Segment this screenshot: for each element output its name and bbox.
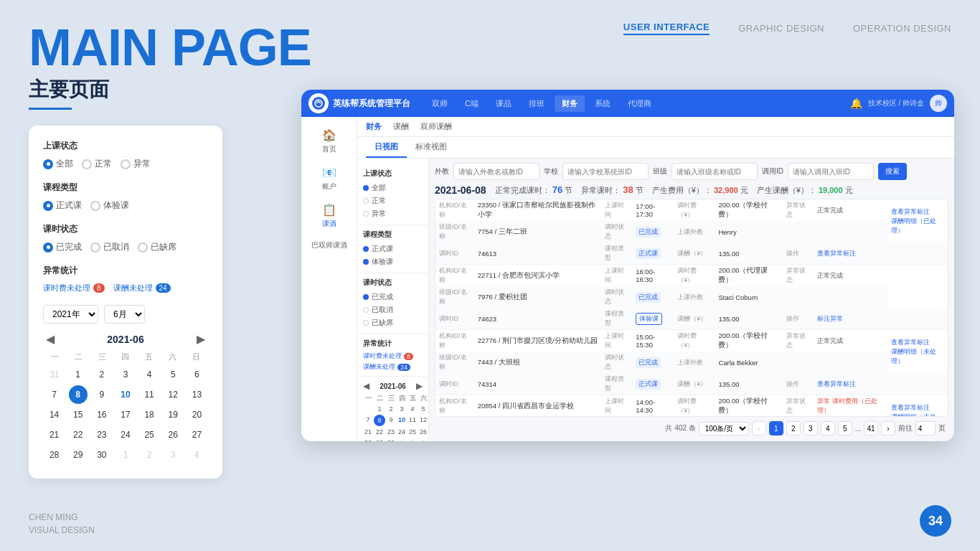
cal-day[interactable]: 17 (116, 405, 135, 424)
cal-cell[interactable]: 9 (386, 415, 396, 426)
page-5-btn[interactable]: 5 (838, 421, 852, 435)
cal-day[interactable]: 18 (140, 405, 159, 424)
anomaly-fee-link[interactable]: 课时费未处理 8 (363, 352, 423, 361)
filter-opt-abnormal[interactable]: 异常 (363, 207, 423, 220)
year-select[interactable]: 2021年 (43, 305, 98, 324)
filter-ts-cancelled[interactable]: 已取消 (363, 303, 423, 316)
status-all[interactable]: 全部 (43, 158, 73, 170)
cal-cell[interactable]: 22 (374, 427, 385, 437)
page-41-btn[interactable]: 41 (864, 421, 878, 435)
sidebar-lesson[interactable]: 📋 课酒 (301, 197, 357, 235)
cal-cell[interactable]: 2 (386, 404, 396, 414)
cal-day[interactable]: 2 (140, 446, 159, 464)
cal-cell[interactable]: 3 (397, 404, 407, 414)
cal-day[interactable]: 8 (69, 385, 88, 404)
goto-input[interactable] (915, 421, 936, 435)
cal-day[interactable]: 6 (187, 365, 206, 384)
cal-day[interactable]: 26 (164, 425, 182, 444)
cal-day[interactable]: 31 (45, 365, 64, 384)
cal-cell[interactable]: 5 (418, 404, 428, 414)
cal-day[interactable]: 5 (164, 365, 182, 384)
cal-cell[interactable]: 28 (363, 438, 373, 441)
app-cal-prev[interactable]: ◀ (363, 381, 369, 391)
nav-operation-design[interactable]: OPERATION DESIGN (853, 23, 951, 34)
sidebar-home[interactable]: 🏠 首页 (301, 123, 357, 160)
cal-day[interactable]: 14 (45, 405, 64, 424)
tab-standard[interactable]: 标准视图 (407, 137, 456, 158)
cal-cell[interactable]: 4 (407, 404, 418, 414)
app-nav-课品[interactable]: 课品 (489, 95, 519, 112)
cal-day[interactable]: 7 (45, 385, 64, 404)
time-completed[interactable]: 已完成 (43, 241, 82, 253)
cal-cell[interactable]: 30 (386, 438, 396, 441)
cal-day[interactable]: 13 (187, 385, 206, 404)
cal-cell[interactable]: 11 (407, 415, 418, 426)
cal-day[interactable]: 27 (187, 425, 206, 444)
page-next-btn[interactable]: › (881, 421, 895, 435)
cal-day[interactable]: 3 (116, 365, 135, 384)
cal-cell[interactable]: 12 (418, 415, 428, 426)
page-4-btn[interactable]: 4 (821, 421, 835, 435)
avatar[interactable]: 帅 (930, 95, 947, 112)
filter-formal[interactable]: 正式课 (363, 242, 423, 255)
notification-icon[interactable]: 🔔 (850, 98, 862, 109)
cal-day[interactable]: 28 (45, 446, 64, 464)
cal-day[interactable]: 16 (93, 405, 111, 424)
cal-day[interactable]: 15 (69, 405, 88, 424)
cal-next-btn[interactable]: ▶ (194, 332, 208, 346)
op-2[interactable]: 标注异常 (817, 315, 843, 322)
anomaly-salary[interactable]: 课酬未处理 24 (113, 283, 171, 293)
type-formal[interactable]: 正式课 (43, 199, 82, 212)
search-lesson-input[interactable] (788, 163, 874, 180)
status-normal[interactable]: 正常 (82, 158, 112, 170)
app-nav-双师[interactable]: 双师 (425, 95, 455, 112)
subnav-dual-salary[interactable]: 双师课酬 (420, 121, 452, 132)
app-nav-代理商[interactable]: 代理商 (621, 95, 659, 112)
cal-cell[interactable]: 24 (397, 427, 407, 437)
cal-day[interactable]: 29 (69, 446, 88, 464)
cal-today[interactable]: 8 (374, 415, 385, 426)
cal-day[interactable]: 30 (93, 446, 111, 464)
action-view-3[interactable]: 查看异常标注 (891, 339, 930, 346)
cal-day[interactable]: 4 (140, 365, 159, 384)
anomaly-fee[interactable]: 课时费未处理 8 (43, 283, 105, 293)
cal-day[interactable]: 24 (116, 425, 135, 444)
cal-cell[interactable] (363, 404, 373, 414)
filter-ts-absent[interactable]: 已缺席 (363, 316, 423, 329)
filter-trial[interactable]: 体验课 (363, 255, 423, 268)
cal-day[interactable]: 20 (187, 405, 206, 424)
cal-cell[interactable]: 29 (374, 438, 385, 441)
op-1[interactable]: 查看异常标注 (817, 250, 856, 257)
cal-day[interactable]: 19 (164, 405, 182, 424)
cal-cell[interactable]: 21 (363, 427, 373, 437)
page-prev-btn[interactable]: ‹ (752, 421, 766, 435)
nav-graphic-design[interactable]: GRAPHIC DESIGN (738, 23, 824, 34)
cal-day[interactable]: 25 (140, 425, 159, 444)
app-nav-C端[interactable]: C端 (458, 95, 486, 112)
cal-cell[interactable]: 7 (363, 415, 373, 426)
cal-cell[interactable]: 25 (407, 427, 418, 437)
cal-cell[interactable]: 3 (418, 438, 428, 441)
month-select[interactable]: 6月 (104, 305, 145, 324)
cal-day[interactable]: 9 (93, 385, 111, 404)
cal-cell[interactable]: 23 (386, 427, 396, 437)
page-2-btn[interactable]: 2 (786, 421, 801, 435)
search-button[interactable]: 搜索 (878, 163, 907, 180)
cal-day[interactable]: 22 (69, 425, 88, 444)
cal-day[interactable]: 1 (116, 446, 135, 464)
anomaly-salary-link[interactable]: 课酬未处理 24 (363, 362, 423, 372)
action-detail-3[interactable]: 课酬明细（未处理） (891, 348, 936, 364)
action-view-1[interactable]: 查看异常标注 (891, 208, 930, 215)
action-detail-1[interactable]: 课酬明细（已处理） (891, 217, 936, 234)
filter-opt-normal[interactable]: 正常 (363, 194, 423, 207)
cal-cell[interactable]: 10 (397, 415, 407, 426)
filter-ts-completed[interactable]: 已完成 (363, 291, 423, 303)
status-abnormal[interactable]: 异常 (121, 158, 151, 170)
op-3[interactable]: 查看异常标注 (817, 380, 856, 387)
app-nav-财务[interactable]: 财务 (555, 95, 585, 112)
app-nav-系统[interactable]: 系统 (588, 95, 618, 112)
time-absent[interactable]: 已缺席 (138, 241, 176, 253)
per-page-select[interactable]: 100条/页 (699, 422, 749, 435)
cal-day[interactable]: 4 (187, 446, 206, 464)
action-view-4[interactable]: 查看异常标注 (891, 404, 930, 411)
